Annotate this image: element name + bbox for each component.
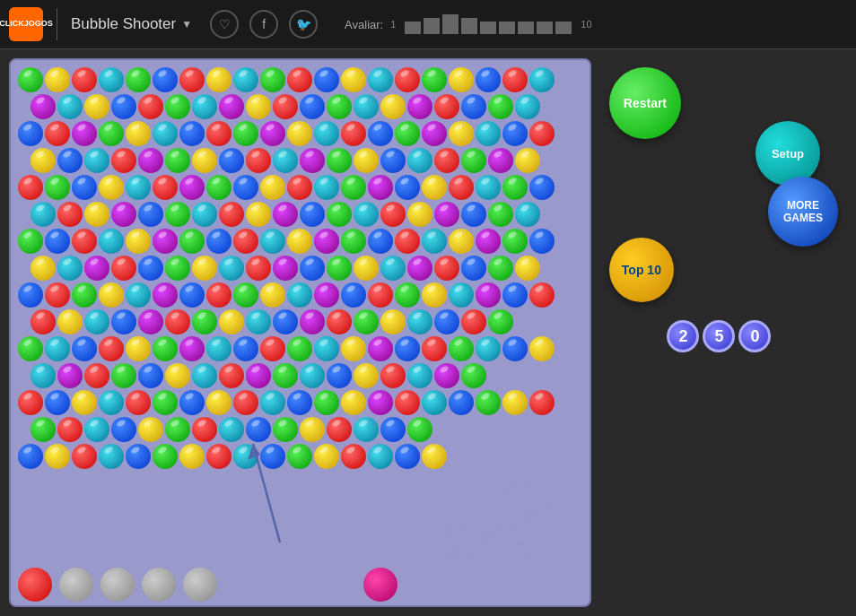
bubble	[341, 67, 366, 92]
game-title-container[interactable]: Bubble Shooter ▼	[71, 15, 192, 33]
bubble	[300, 202, 325, 227]
bubble	[18, 390, 43, 415]
bubble	[165, 256, 190, 281]
bubble	[153, 229, 178, 254]
bubble-row	[31, 202, 582, 227]
bubble	[502, 229, 528, 254]
bubble	[327, 363, 352, 388]
facebook-button[interactable]: f	[249, 10, 278, 39]
bubble	[206, 67, 231, 92]
game-container[interactable]: BUBBLE SHOO TER 3	[9, 58, 591, 607]
bubble	[45, 175, 70, 200]
bubble	[179, 282, 205, 308]
bubble	[368, 390, 393, 415]
bubble	[449, 175, 474, 200]
bubble	[287, 67, 312, 92]
bubble	[84, 363, 109, 388]
bubble	[138, 148, 163, 173]
bubble	[488, 202, 513, 227]
bubble	[260, 229, 285, 254]
bubble	[287, 390, 312, 415]
bubble	[126, 121, 151, 146]
bubble	[529, 175, 555, 200]
rating-min-label: 1	[390, 19, 396, 30]
bubble	[449, 229, 474, 254]
bubble	[138, 202, 163, 227]
bubble	[368, 67, 393, 92]
top10-button[interactable]: Top 10	[609, 238, 674, 302]
bubble	[368, 336, 393, 361]
bubble	[206, 282, 231, 308]
bubble	[153, 282, 178, 308]
game-title: Bubble Shooter	[71, 15, 176, 33]
bubble	[395, 444, 420, 469]
avaliar-section: Avaliar: 1 10	[345, 14, 592, 34]
bubble	[434, 363, 459, 388]
bubble	[165, 94, 190, 119]
restart-button[interactable]: Restart	[609, 67, 681, 139]
bubble	[84, 94, 109, 119]
rating-block[interactable]	[442, 14, 459, 34]
bubble	[18, 444, 43, 469]
bubble	[300, 309, 325, 334]
score-digit-3: 0	[738, 320, 771, 352]
bubble	[31, 309, 56, 334]
bubble	[476, 390, 501, 415]
bubble	[18, 175, 43, 200]
rating-block[interactable]	[555, 22, 572, 34]
more-games-button[interactable]: MOREGAMES	[768, 177, 838, 247]
bubble	[529, 121, 555, 146]
rating-block[interactable]	[405, 22, 421, 34]
bubble	[461, 363, 486, 388]
bubble	[476, 336, 501, 361]
bubble	[138, 256, 163, 281]
rating-bar[interactable]	[405, 14, 572, 34]
bubble	[314, 67, 339, 92]
bubble	[476, 229, 501, 254]
bubble	[165, 309, 190, 334]
rating-block[interactable]	[499, 22, 515, 34]
bubble	[380, 417, 406, 442]
bubble	[219, 363, 244, 388]
twitter-button[interactable]: 🐦	[289, 10, 318, 39]
bubble-row	[18, 282, 582, 308]
logo[interactable]: CLICK JOGOS	[9, 7, 43, 41]
bubble	[72, 282, 97, 308]
bubble	[502, 67, 528, 92]
bubble	[99, 121, 124, 146]
bubble	[99, 390, 124, 415]
bubble	[529, 336, 555, 361]
rating-block[interactable]	[518, 22, 534, 34]
bubble	[179, 336, 205, 361]
logo-icon: CLICK JOGOS	[9, 7, 43, 41]
bubble	[126, 175, 151, 200]
rating-block[interactable]	[424, 18, 440, 34]
score-display: 2 5 0	[667, 320, 771, 352]
shooter-bubble	[363, 568, 397, 602]
bubble	[287, 175, 312, 200]
bubble	[287, 282, 312, 308]
bubble	[179, 229, 205, 254]
setup-button[interactable]: Setup	[756, 121, 820, 186]
bubble	[31, 202, 56, 227]
favorite-button[interactable]: ♡	[210, 10, 239, 39]
bubble	[341, 444, 366, 469]
bubble	[300, 363, 325, 388]
next-bubble-gray3	[142, 568, 176, 602]
bubble	[206, 336, 231, 361]
bubble	[84, 417, 109, 442]
rating-block[interactable]	[461, 18, 477, 34]
bubble	[153, 67, 178, 92]
rating-block[interactable]	[537, 22, 553, 34]
bubble	[449, 282, 474, 308]
bubble	[153, 121, 178, 146]
bubble	[246, 94, 271, 119]
bubble	[395, 67, 420, 92]
bubble	[407, 417, 432, 442]
rating-block[interactable]	[480, 22, 496, 34]
bubble	[192, 417, 217, 442]
bubble	[287, 229, 312, 254]
bubble	[45, 336, 70, 361]
bubble	[192, 94, 217, 119]
bubble	[314, 282, 339, 308]
